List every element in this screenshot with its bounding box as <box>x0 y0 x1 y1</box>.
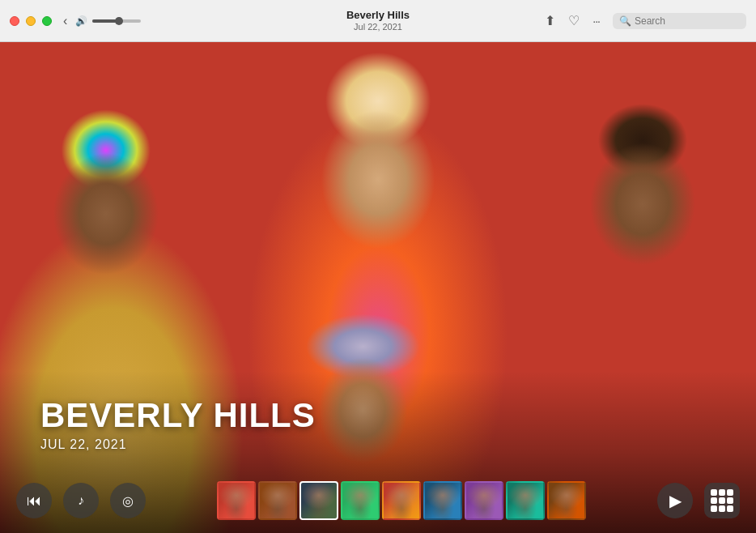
titlebar: ‹ 🔊 Beverly Hills Jul 22, 2021 ⬆ ♡ ··· 🔍 <box>0 0 756 42</box>
main-content: BEVERLY HILLS JUL 22, 2021 ⏮ ♪ ◎ ▶ <box>0 42 756 533</box>
search-bar[interactable]: 🔍 <box>613 13 746 29</box>
skip-back-button[interactable]: ⏮ <box>16 483 52 518</box>
favorite-button[interactable]: ♡ <box>568 13 580 28</box>
volume-knob <box>115 17 123 25</box>
window-title-group: Beverly Hills Jul 22, 2021 <box>346 9 410 32</box>
share-icon: ⬆ <box>545 13 555 28</box>
window-subtitle: Jul 22, 2021 <box>346 22 410 32</box>
traffic-lights <box>10 16 52 26</box>
volume-fill <box>92 19 117 23</box>
filter-button[interactable]: ◎ <box>110 483 146 518</box>
skip-back-icon: ⏮ <box>27 492 41 510</box>
thumbnail-2[interactable] <box>258 481 297 520</box>
thumbnail-4[interactable] <box>341 481 380 520</box>
titlebar-actions: ⬆ ♡ ··· 🔍 <box>545 13 746 29</box>
thumbnail-6[interactable] <box>423 481 462 520</box>
maximize-button[interactable] <box>42 16 52 26</box>
grid-view-button[interactable] <box>704 483 740 518</box>
thumbnail-1[interactable] <box>217 481 256 520</box>
album-name: BEVERLY HILLS <box>40 399 316 433</box>
share-button[interactable]: ⬆ <box>545 13 555 28</box>
grid-icon <box>711 489 733 512</box>
close-button[interactable] <box>10 16 19 26</box>
play-button[interactable]: ▶ <box>657 483 693 518</box>
thumbnail-8[interactable] <box>506 481 545 520</box>
back-button[interactable]: ‹ <box>60 12 70 30</box>
album-title-overlay: BEVERLY HILLS JUL 22, 2021 <box>40 399 316 452</box>
music-button[interactable]: ♪ <box>63 483 99 518</box>
thumbnail-3[interactable] <box>299 481 338 520</box>
volume-slider[interactable] <box>92 19 141 23</box>
play-icon: ▶ <box>669 491 682 510</box>
chevron-left-icon: ‹ <box>63 14 67 28</box>
search-icon: 🔍 <box>619 15 631 27</box>
more-icon: ··· <box>592 15 600 28</box>
volume-control: 🔊 <box>75 15 141 27</box>
heart-icon: ♡ <box>568 13 580 28</box>
thumbnail-strip <box>157 479 646 522</box>
controls-bar: ⏮ ♪ ◎ ▶ <box>0 468 756 533</box>
volume-icon: 🔊 <box>75 15 87 27</box>
minimize-button[interactable] <box>26 16 36 26</box>
music-note-icon: ♪ <box>78 493 84 508</box>
filter-icon: ◎ <box>122 493 134 509</box>
more-button[interactable]: ··· <box>592 15 600 28</box>
album-date: JUL 22, 2021 <box>40 437 316 452</box>
thumbnail-7[interactable] <box>465 481 503 520</box>
thumbnail-5[interactable] <box>382 481 421 520</box>
search-input[interactable] <box>635 15 740 27</box>
thumbnail-9[interactable] <box>547 481 586 520</box>
window-title: Beverly Hills <box>346 9 410 22</box>
